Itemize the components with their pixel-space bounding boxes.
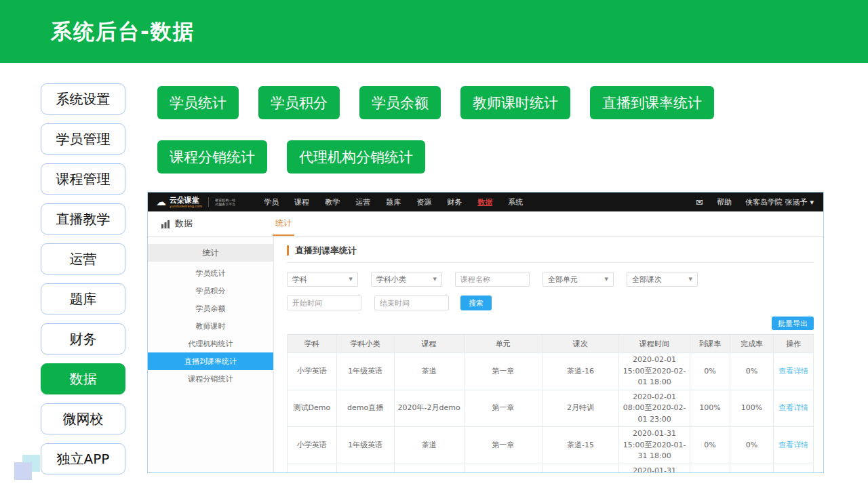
chart-icon xyxy=(161,220,171,228)
nav-item-finance[interactable]: 财务 xyxy=(447,197,462,207)
table-row: 小学英语 1年级英语 寒假辅导 第一章 寒假辅导-5 2020-01-31 09… xyxy=(288,464,814,473)
page-title: 系统后台-数据 xyxy=(51,18,195,46)
view-details-link[interactable]: 查看详情 xyxy=(778,441,808,449)
logo: ☁ 云朵课堂 yunduoketang.com 教育机构一站 式服务云平台 xyxy=(156,197,235,208)
account-name: 侠客岛学院 张涵予 xyxy=(745,197,808,207)
agency-distribution-stats-button[interactable]: 代理机构分销统计 xyxy=(287,140,425,174)
teacher-hours-stats-button[interactable]: 教师课时统计 xyxy=(460,86,570,119)
sidebar-item-question-bank[interactable]: 题库 xyxy=(41,283,125,314)
side-item-agency-stats[interactable]: 代理机构统计 xyxy=(148,335,273,352)
side-item-student-points[interactable]: 学员积分 xyxy=(148,282,273,300)
breadcrumb: 数据 xyxy=(148,211,193,236)
chevron-down-icon: ▼ xyxy=(605,277,608,282)
lesson-select[interactable]: 全部课次 ▼ xyxy=(627,272,698,287)
live-attendance-stats-button[interactable]: 直播到课率统计 xyxy=(590,86,714,119)
filter-row-1: 学科 ▼ 学科小类 ▼ 全部单元 ▼ 全部课次 ▼ xyxy=(287,272,814,287)
nav-item-courses[interactable]: 课程 xyxy=(294,197,309,207)
admin-sidebar: 统计 学员统计 学员积分 学员余额 教师课时 代理机构统计 直播到课率统计 课程… xyxy=(148,237,274,473)
student-stats-button[interactable]: 学员统计 xyxy=(157,86,239,119)
nav-item-system[interactable]: 系统 xyxy=(508,197,523,207)
sidebar-item-course-management[interactable]: 课程管理 xyxy=(41,163,125,195)
search-button[interactable]: 搜索 xyxy=(460,296,492,310)
view-details-link[interactable]: 查看详情 xyxy=(778,403,808,412)
sidebar-item-system-settings[interactable]: 系统设置 xyxy=(41,83,125,115)
cloud-logo-icon: ☁ xyxy=(156,197,166,207)
logo-tagline: 教育机构一站 式服务云平台 xyxy=(215,198,235,206)
decor-square-lavender xyxy=(14,462,32,480)
course-name-input[interactable] xyxy=(455,272,530,287)
side-item-live-attendance-stats[interactable]: 直播到课率统计 xyxy=(148,352,273,370)
chevron-down-icon: ▼ xyxy=(689,277,692,282)
filter-row-2: 搜索 xyxy=(287,296,814,310)
side-item-teacher-hours[interactable]: 教师课时 xyxy=(148,317,273,335)
sidebar-item-student-management[interactable]: 学员管理 xyxy=(41,123,125,155)
mail-icon[interactable]: ✉ xyxy=(696,197,703,207)
quick-buttons: 学员统计 学员积分 学员余额 教师课时统计 直播到课率统计 课程分销统计 代理机… xyxy=(157,86,822,195)
table-row: 测试Demo demo直播 2020年-2月demo 第一章 2月特训 2020… xyxy=(288,390,814,427)
admin-screenshot-panel: ☁ 云朵课堂 yunduoketang.com 教育机构一站 式服务云平台 学员… xyxy=(147,192,824,473)
nav-item-data[interactable]: 数据 xyxy=(477,197,492,207)
attendance-table: 学科 学科小类 课程 单元 课次 课程时间 到课率 完成率 操作 小学英语 1年 xyxy=(287,334,814,473)
admin-body: 统计 学员统计 学员积分 学员余额 教师课时 代理机构统计 直播到课率统计 课程… xyxy=(148,237,823,473)
start-time-input[interactable] xyxy=(287,296,361,310)
nav-item-resources[interactable]: 资源 xyxy=(416,197,431,207)
admin-main: 直播到课率统计 学科 ▼ 学科小类 ▼ 全部单元 ▼ 全部课次 ▼ xyxy=(274,237,823,473)
nav-item-operations[interactable]: 运营 xyxy=(355,197,370,207)
side-item-student-stats[interactable]: 学员统计 xyxy=(148,264,273,282)
subject-sub-select[interactable]: 学科小类 ▼ xyxy=(371,272,442,287)
batch-export-button[interactable]: 批量导出 xyxy=(772,317,814,330)
student-balance-button[interactable]: 学员余额 xyxy=(359,86,441,119)
account-menu[interactable]: 侠客岛学院 张涵予 ▾ xyxy=(745,197,814,207)
admin-nav-items: 学员 课程 教学 运营 题库 资源 财务 数据 系统 xyxy=(264,197,523,207)
admin-nav-right: ✉ 帮助 侠客岛学院 张涵予 ▾ xyxy=(696,197,815,207)
quick-buttons-row-1: 学员统计 学员积分 学员余额 教师课时统计 直播到课率统计 xyxy=(157,86,822,119)
table-row: 小学英语 1年级英语 茶道 第一章 茶道-16 2020-02-01 15:00… xyxy=(288,353,814,390)
sidebar-item-live-teaching[interactable]: 直播教学 xyxy=(41,203,125,235)
section-divider xyxy=(287,262,814,263)
admin-sidebar-header: 统计 xyxy=(148,244,273,262)
side-item-student-balance[interactable]: 学员余额 xyxy=(148,300,273,317)
chevron-down-icon: ▼ xyxy=(349,277,353,282)
help-link[interactable]: 帮助 xyxy=(717,197,732,207)
breadcrumb-label: 数据 xyxy=(175,218,193,230)
nav-item-teaching[interactable]: 教学 xyxy=(325,197,340,207)
logo-name: 云朵课堂 xyxy=(170,197,202,204)
table-header-row: 学科 学科小类 课程 单元 课次 课程时间 到课率 完成率 操作 xyxy=(288,335,814,353)
student-points-button[interactable]: 学员积分 xyxy=(258,86,340,119)
view-details-link[interactable]: 查看详情 xyxy=(778,367,808,375)
sidebar-item-data[interactable]: 数据 xyxy=(41,363,125,394)
table-row: 小学英语 1年级英语 茶道 第一章 茶道-15 2020-01-31 15:00… xyxy=(288,427,814,464)
end-time-input[interactable] xyxy=(374,296,449,310)
chevron-down-icon: ▾ xyxy=(810,198,814,207)
unit-select[interactable]: 全部单元 ▼ xyxy=(542,272,614,287)
tab-statistics[interactable]: 统计 xyxy=(273,211,294,236)
course-distribution-stats-button[interactable]: 课程分销统计 xyxy=(157,140,267,174)
sidebar-item-micro-school[interactable]: 微网校 xyxy=(41,403,125,434)
admin-top-nav: ☁ 云朵课堂 yunduoketang.com 教育机构一站 式服务云平台 学员… xyxy=(148,192,823,211)
quick-buttons-row-2: 课程分销统计 代理机构分销统计 xyxy=(157,140,822,174)
admin-tab-bar: 数据 统计 xyxy=(148,211,823,237)
chevron-down-icon: ▼ xyxy=(433,277,437,282)
logo-divider xyxy=(208,197,209,207)
sidebar-item-standalone-app[interactable]: 独立APP xyxy=(41,443,125,474)
logo-domain: yunduoketang.com xyxy=(170,205,202,208)
nav-item-question-bank[interactable]: 题库 xyxy=(386,197,401,207)
sidebar: 系统设置 学员管理 课程管理 直播教学 运营 题库 财务 数据 微网校 独立AP… xyxy=(41,83,125,474)
section-title: 直播到课率统计 xyxy=(287,245,814,256)
sidebar-item-finance[interactable]: 财务 xyxy=(41,323,125,354)
subject-select[interactable]: 学科 ▼ xyxy=(287,272,358,287)
side-item-course-distribution-stats[interactable]: 课程分销统计 xyxy=(148,370,273,388)
sidebar-item-operations[interactable]: 运营 xyxy=(41,243,125,274)
nav-item-students[interactable]: 学员 xyxy=(264,197,279,207)
page-header: 系统后台-数据 xyxy=(0,0,868,63)
